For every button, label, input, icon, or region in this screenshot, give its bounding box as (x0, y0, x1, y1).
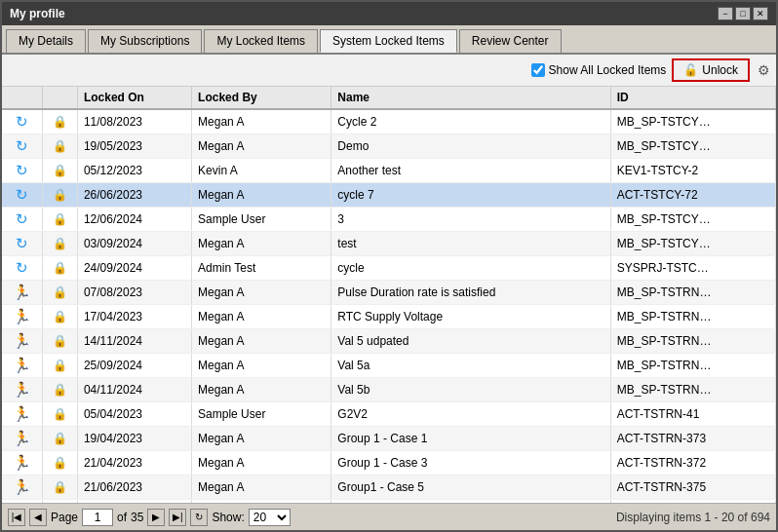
cell-icon1[interactable]: 🏃 (2, 354, 42, 378)
footer: |◀ ◀ Page of 35 ▶ ▶| ↻ Show: 20 50 100 D… (2, 503, 776, 530)
refresh-icon[interactable]: ↻ (16, 113, 28, 130)
refresh-icon[interactable]: ↻ (16, 137, 28, 154)
cell-icon2: 🔒 (42, 159, 77, 183)
last-page-button[interactable]: ▶| (169, 509, 186, 526)
cell-icon1[interactable]: ↻ (2, 134, 42, 159)
table-row[interactable]: 🏃 🔒 25/09/2024 Megan A Val 5a MB_SP-TSTR… (2, 354, 776, 378)
show-select[interactable]: 20 50 100 (249, 509, 291, 526)
first-page-button[interactable]: |◀ (8, 509, 25, 526)
col-header-id[interactable]: ID (610, 87, 775, 109)
cell-locked-by: Megan A (192, 305, 331, 329)
lock-icon: 🔒 (53, 456, 67, 470)
cell-name: Val 5 udpated (331, 329, 610, 354)
unlock-button[interactable]: 🔓 Unlock (672, 58, 750, 82)
refresh-icon[interactable]: ↻ (16, 186, 28, 203)
table-row[interactable]: 🏃 🔒 17/04/2023 Megan A RTC Supply Voltag… (2, 305, 776, 329)
cell-icon2: 🔒 (42, 402, 77, 427)
lock-icon: 🔒 (53, 115, 67, 129)
table-row[interactable]: ↻ 🔒 26/06/2023 Megan A cycle 7 ACT-TSTCY… (2, 183, 776, 208)
cell-icon1[interactable]: 🏃 (2, 402, 42, 427)
cell-date: 21/04/2023 (77, 451, 191, 475)
table-container[interactable]: Locked On Locked By Name ID ↻ 🔒 11/08/20… (2, 87, 776, 503)
next-page-button[interactable]: ▶ (147, 509, 165, 526)
cell-icon1[interactable]: ↻ (2, 208, 42, 232)
tab-my-subscriptions[interactable]: My Subscriptions (88, 29, 202, 53)
cell-icon1[interactable]: 🏃 (2, 451, 42, 475)
refresh-icon[interactable]: ↻ (16, 259, 28, 276)
table-row[interactable]: ↻ 🔒 03/09/2024 Megan A test MB_SP-TSTCY… (2, 232, 776, 256)
refresh-icon[interactable]: ↻ (16, 210, 28, 227)
tab-review-center[interactable]: Review Center (459, 29, 562, 53)
cell-icon1[interactable]: 🏃 (2, 305, 42, 329)
minimize-button[interactable]: − (718, 7, 733, 20)
tab-my-locked-items[interactable]: My Locked Items (204, 29, 318, 53)
lock-icon: 🔒 (53, 285, 67, 299)
maximize-button[interactable]: □ (735, 7, 751, 20)
table-row[interactable]: 🏃 🔒 21/04/2023 Megan A Group 1 - Case 3 … (2, 451, 776, 475)
page-input[interactable] (82, 509, 113, 526)
table-row[interactable]: 🏃 🔒 21/06/2023 Megan A Group1 - Case 5 A… (2, 475, 776, 500)
cell-icon1[interactable]: ↻ (2, 109, 42, 134)
cell-icon2: 🔒 (42, 208, 77, 232)
cell-icon2: 🔒 (42, 378, 77, 402)
show-all-label: Show All Locked Items (549, 63, 667, 77)
col-header-name[interactable]: Name (331, 87, 610, 109)
cell-icon1[interactable]: 🏃 (2, 378, 42, 402)
table-row[interactable]: 🏃 🔒 19/04/2023 Megan A Group 1 - Case 1 … (2, 427, 776, 451)
cell-icon2: 🔒 (42, 134, 77, 159)
cell-icon1[interactable]: 🏃 (2, 475, 42, 500)
table-row[interactable]: 🏃 🔒 05/04/2023 Sample User G2V2 ACT-TSTR… (2, 402, 776, 427)
lock-icon: 🔒 (53, 310, 67, 323)
tab-my-details[interactable]: My Details (6, 29, 86, 53)
cell-locked-by: Megan A (192, 378, 331, 402)
lock-icon: 🔒 (53, 237, 67, 250)
col-header-locked-on[interactable]: Locked On (77, 87, 191, 109)
cell-name: G2V2 (331, 402, 610, 427)
lock-icon: 🔒 (53, 359, 67, 372)
table-row[interactable]: ↻ 🔒 24/09/2024 Admin Test cycle SYSPRJ-T… (2, 256, 776, 281)
cell-icon2: 🔒 (42, 232, 77, 256)
table-row[interactable]: ↻ 🔒 05/12/2023 Kevin A Another test KEV1… (2, 159, 776, 183)
refresh-icon[interactable]: ↻ (16, 235, 28, 251)
cell-name: 3 (331, 208, 610, 232)
table-row[interactable]: ↻ 🔒 11/08/2023 Megan A Cycle 2 MB_SP-TST… (2, 109, 776, 134)
table-header-row: Locked On Locked By Name ID (2, 87, 776, 109)
window-title: My profile (10, 7, 65, 20)
cell-id: ACT-TSTRN-373 (610, 427, 775, 451)
cell-name: Cycle 2 (331, 109, 610, 134)
cell-locked-by: Megan A (192, 183, 331, 208)
prev-page-button[interactable]: ◀ (29, 509, 47, 526)
col-header-locked-by[interactable]: Locked By (192, 87, 331, 109)
table-row[interactable]: ↻ 🔒 12/06/2024 Sample User 3 MB_SP-TSTCY… (2, 208, 776, 232)
cell-locked-by: Megan A (192, 329, 331, 354)
refresh-nav-button[interactable]: ↻ (190, 509, 208, 526)
cell-icon1[interactable]: ↻ (2, 183, 42, 208)
cell-id: ACT-TSTRN-41 (610, 402, 775, 427)
tab-system-locked-items[interactable]: System Locked Items (320, 29, 457, 53)
cell-icon1[interactable]: 🏃 (2, 427, 42, 451)
lock-icon: 🔒 (53, 383, 67, 397)
close-button[interactable]: ✕ (753, 7, 768, 20)
cell-date: 19/05/2023 (77, 134, 191, 159)
cell-icon1[interactable]: ↻ (2, 232, 42, 256)
settings-icon[interactable]: ⚙ (758, 62, 770, 78)
total-pages: 35 (131, 511, 143, 524)
cell-icon1[interactable]: 🏃 (2, 281, 42, 305)
table-row[interactable]: 🏃 🔒 14/11/2024 Megan A Val 5 udpated MB_… (2, 329, 776, 354)
cell-icon1[interactable]: 🏃 (2, 329, 42, 354)
lock-icon: 🔒 (53, 432, 67, 445)
refresh-icon[interactable]: ↻ (16, 162, 28, 178)
cell-icon1[interactable]: ↻ (2, 159, 42, 183)
cell-date: 14/11/2024 (77, 329, 191, 354)
main-window: My profile − □ ✕ My Details My Subscript… (0, 0, 778, 532)
cell-date: 11/08/2023 (77, 109, 191, 134)
table-row[interactable]: 🏃 🔒 07/08/2023 Megan A Pulse Duration ra… (2, 281, 776, 305)
table-row[interactable]: ↻ 🔒 19/05/2023 Megan A Demo MB_SP-TSTCY… (2, 134, 776, 159)
cell-id: MB_SP-TSTCY… (610, 232, 775, 256)
show-all-checkbox[interactable] (531, 63, 545, 77)
cell-id: MB_SP-TSTRN… (610, 281, 775, 305)
run-icon: 🏃 (13, 381, 31, 398)
table-row[interactable]: 🏃 🔒 04/11/2024 Megan A Val 5b MB_SP-TSTR… (2, 378, 776, 402)
show-all-wrapper: Show All Locked Items (531, 63, 667, 77)
cell-icon1[interactable]: ↻ (2, 256, 42, 281)
